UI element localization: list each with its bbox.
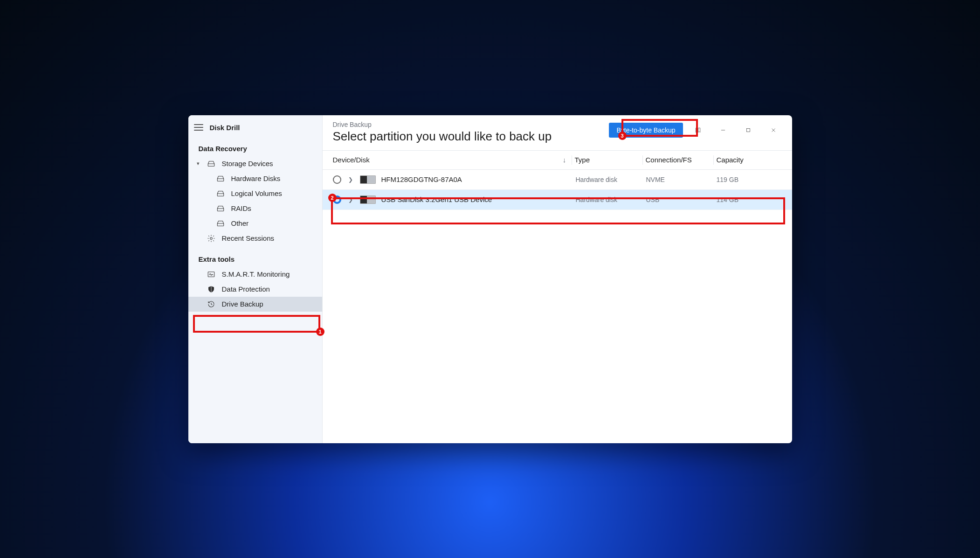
sidebar-item-smart-monitoring[interactable]: S.M.A.R.T. Monitoring [188, 267, 322, 282]
column-capacity[interactable]: Capacity [713, 155, 782, 165]
radio-unselected[interactable] [333, 175, 341, 184]
hamburger-icon[interactable] [194, 124, 203, 131]
svg-rect-1 [208, 272, 214, 277]
main-header: Drive Backup Select partition you would … [323, 115, 792, 150]
column-connection[interactable]: Connection/FS [642, 155, 713, 165]
device-name: HFM128GDGTNG-87A0A [381, 175, 559, 183]
app-window: Disk Drill Data Recovery ▾ Storage Devic… [188, 115, 792, 443]
table-row[interactable]: ❯ HFM128GDGTNG-87A0A Hardware disk NVME … [323, 170, 792, 190]
callout-badge-1: 1 [316, 328, 324, 336]
disk-icon [216, 189, 225, 198]
sidebar-item-label: Data Protection [222, 285, 270, 293]
sidebar-item-label: Hardware Disks [231, 174, 281, 182]
column-type[interactable]: Type [572, 155, 642, 165]
table-row[interactable]: ❯ USB SanDisk 3.2Gen1 USB Device Hardwar… [323, 190, 792, 210]
callout-badge-3: 3 [618, 132, 627, 140]
drive-icon [360, 175, 376, 184]
main-header-right: Byte-to-byte Backup [609, 123, 783, 138]
page-title: Select partition you would like to back … [333, 129, 552, 144]
device-connection: NVME [643, 176, 714, 183]
sidebar-item-raids[interactable]: RAIDs [188, 201, 322, 216]
device-table: Device/Disk ↓ Type Connection/FS Capacit… [323, 150, 792, 210]
sidebar-item-label: RAIDs [231, 204, 251, 212]
chevron-right-icon[interactable]: ❯ [348, 176, 353, 183]
history-icon [207, 300, 215, 308]
chevron-down-icon: ▾ [197, 160, 200, 167]
device-capacity: 114 GB [714, 196, 782, 203]
nav-section-data-recovery: Data Recovery ▾ Storage Devices Hardware… [188, 138, 322, 249]
sidebar-item-label: Logical Volumes [231, 189, 282, 197]
device-name: USB SanDisk 3.2Gen1 USB Device [381, 195, 559, 203]
svg-rect-2 [746, 128, 750, 132]
disk-icon [216, 174, 225, 183]
nav-heading: Extra tools [188, 251, 322, 267]
minimize-button[interactable] [713, 123, 733, 138]
nav-heading: Data Recovery [188, 141, 322, 156]
device-connection: USB [643, 196, 714, 203]
device-type: Hardware disk [573, 176, 643, 183]
disk-icon [216, 219, 225, 228]
sidebar-item-label: S.M.A.R.T. Monitoring [222, 270, 290, 278]
drive-icon [360, 195, 376, 204]
sidebar-top: Disk Drill [188, 120, 322, 138]
device-type: Hardware disk [573, 196, 643, 203]
close-button[interactable] [763, 123, 784, 138]
callout-badge-2: 2 [328, 194, 337, 202]
sidebar-item-hardware-disks[interactable]: Hardware Disks [188, 171, 322, 186]
maximize-button[interactable] [738, 123, 759, 138]
sidebar-item-label: Storage Devices [222, 160, 273, 167]
gear-icon [207, 234, 215, 243]
main-content: Drive Backup Select partition you would … [323, 115, 792, 443]
chevron-right-icon[interactable]: ❯ [348, 196, 353, 203]
svg-point-0 [210, 237, 212, 239]
sidebar-item-other[interactable]: Other [188, 216, 322, 231]
bookmark-icon[interactable] [688, 123, 708, 138]
sidebar-item-storage-devices[interactable]: ▾ Storage Devices [188, 156, 322, 171]
sidebar-item-drive-backup[interactable]: Drive Backup [188, 297, 322, 312]
disk-icon [207, 160, 215, 168]
breadcrumb: Drive Backup [333, 121, 552, 128]
sort-indicator-icon[interactable]: ↓ [558, 156, 572, 164]
app-title: Disk Drill [210, 124, 240, 132]
disk-icon [216, 204, 225, 213]
sidebar-item-label: Recent Sessions [222, 234, 275, 242]
main-header-left: Drive Backup Select partition you would … [333, 121, 552, 144]
column-device[interactable]: Device/Disk [333, 156, 558, 164]
device-capacity: 119 GB [714, 176, 782, 183]
table-header: Device/Disk ↓ Type Connection/FS Capacit… [323, 150, 792, 170]
sidebar: Disk Drill Data Recovery ▾ Storage Devic… [188, 115, 323, 443]
sidebar-item-label: Drive Backup [222, 300, 263, 308]
monitor-icon [207, 270, 215, 279]
sidebar-item-label: Other [231, 219, 249, 227]
sidebar-item-recent-sessions[interactable]: Recent Sessions [188, 231, 322, 246]
sidebar-item-logical-volumes[interactable]: Logical Volumes [188, 186, 322, 201]
shield-icon [207, 285, 215, 293]
sidebar-item-data-protection[interactable]: Data Protection [188, 282, 322, 297]
nav-section-extra-tools: Extra tools S.M.A.R.T. Monitoring Data P… [188, 249, 322, 314]
